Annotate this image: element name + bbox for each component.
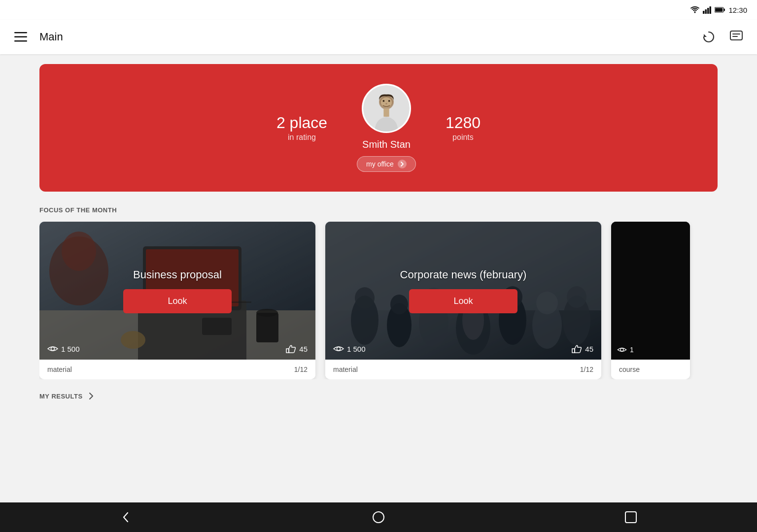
eye-icon-2	[333, 345, 344, 353]
menu-icon	[14, 32, 27, 42]
card-1-views: 1 500	[47, 345, 80, 353]
card-1-footer: material 1/12	[39, 360, 315, 379]
card-1-image: Business proposal Look 1 500	[39, 222, 315, 360]
battery-icon	[715, 7, 725, 13]
refresh-icon	[702, 30, 716, 44]
eye-icon-3	[617, 346, 627, 353]
card-1-stats: 1 500 45	[47, 344, 308, 354]
card-2-title: Corporate news (february)	[400, 268, 527, 281]
card-3-views: 1	[617, 346, 634, 354]
card-2-look-button[interactable]: Look	[409, 289, 517, 313]
chevron-right-icon	[398, 160, 407, 168]
user-name: Smith Stan	[362, 139, 411, 150]
card-2-type: material	[333, 366, 358, 373]
wifi-icon	[690, 6, 700, 14]
card-1-likes: 45	[285, 344, 308, 354]
status-bar: 12:30	[0, 0, 757, 20]
refresh-button[interactable]	[700, 28, 718, 46]
user-avatar-image	[363, 84, 410, 133]
chevron-right-icon	[88, 391, 96, 401]
menu-button[interactable]	[12, 28, 30, 46]
card-1-type: material	[47, 366, 72, 373]
card-business-proposal[interactable]: Business proposal Look 1 500	[39, 222, 315, 379]
my-results-row[interactable]: MY RESULTS	[39, 391, 718, 401]
card-2-likes: 45	[571, 344, 593, 354]
app-bar: Main	[0, 20, 757, 54]
profile-banner: 2 place in rating	[39, 64, 718, 192]
svg-rect-3	[707, 8, 709, 14]
svg-point-0	[694, 12, 696, 13]
card-2-page: 1/12	[580, 366, 593, 373]
svg-rect-6	[724, 9, 725, 11]
app-bar-left: Main	[12, 28, 63, 46]
card-2-footer: material 1/12	[325, 360, 601, 379]
chat-icon	[729, 30, 743, 44]
place-value: 2 place	[276, 114, 327, 132]
svg-point-18	[381, 97, 392, 107]
svg-rect-1	[703, 11, 705, 14]
card-2-stats: 1 500 45	[333, 344, 593, 354]
app-bar-right	[700, 28, 745, 46]
user-profile-section: Smith Stan my office	[357, 84, 416, 172]
svg-point-36	[51, 347, 55, 351]
card-3-footer: course	[611, 360, 690, 379]
status-icons: 12:30	[690, 6, 747, 14]
chat-button[interactable]	[727, 28, 745, 46]
svg-point-20	[388, 100, 390, 102]
card-2-views: 1 500	[333, 345, 366, 353]
svg-rect-10	[14, 40, 27, 42]
svg-point-21	[385, 103, 387, 104]
svg-rect-4	[710, 6, 712, 14]
focus-section-title: FOCUS OF THE MONTH	[39, 206, 718, 214]
place-stat: 2 place in rating	[276, 114, 327, 142]
main-content: 2 place in rating	[0, 54, 757, 502]
card-2-overlay: Corporate news (february) Look	[325, 222, 601, 360]
status-time: 12:30	[728, 6, 747, 14]
points-label: points	[446, 133, 481, 142]
svg-rect-7	[716, 8, 723, 12]
svg-point-56	[337, 347, 341, 351]
like-icon-2	[571, 344, 582, 354]
home-icon	[372, 510, 385, 524]
svg-point-60	[373, 512, 384, 523]
svg-rect-22	[383, 108, 389, 117]
bottom-nav	[0, 502, 757, 532]
points-value: 1280	[446, 114, 481, 132]
card-1-look-button[interactable]: Look	[123, 289, 232, 313]
avatar	[362, 84, 411, 133]
my-office-label: my office	[366, 160, 394, 168]
like-icon	[285, 344, 296, 354]
card-1-page: 1/12	[294, 366, 308, 373]
my-office-button[interactable]: my office	[357, 156, 416, 172]
svg-marker-11	[704, 34, 707, 37]
svg-rect-61	[625, 512, 636, 523]
home-button[interactable]	[366, 505, 391, 530]
card-1-overlay: Business proposal Look	[39, 222, 315, 360]
back-icon	[119, 510, 134, 525]
back-button[interactable]	[114, 505, 138, 530]
card-1-title: Business proposal	[133, 268, 222, 281]
card-3-bg: 1	[611, 222, 690, 360]
svg-point-59	[620, 348, 623, 351]
svg-point-19	[382, 100, 384, 102]
page-title: Main	[39, 31, 63, 43]
svg-rect-8	[14, 32, 27, 33]
place-label: in rating	[276, 133, 327, 142]
svg-rect-12	[730, 31, 742, 40]
signal-icon	[703, 6, 712, 14]
card-3-type: course	[619, 366, 640, 373]
card-partial[interactable]: 1 course	[611, 222, 690, 379]
eye-icon	[47, 345, 58, 353]
svg-rect-2	[705, 9, 707, 14]
points-stat: 1280 points	[446, 114, 481, 142]
card-2-image: Corporate news (february) Look 1 500	[325, 222, 601, 360]
svg-rect-9	[14, 36, 27, 38]
card-corporate-news[interactable]: Corporate news (february) Look 1 500	[325, 222, 601, 379]
recent-apps-icon	[624, 511, 637, 524]
my-results-label: MY RESULTS	[39, 393, 83, 400]
svg-rect-58	[611, 222, 690, 360]
cards-row: Business proposal Look 1 500	[39, 222, 718, 379]
card-3-scene	[611, 222, 690, 360]
recent-apps-button[interactable]	[619, 505, 643, 530]
